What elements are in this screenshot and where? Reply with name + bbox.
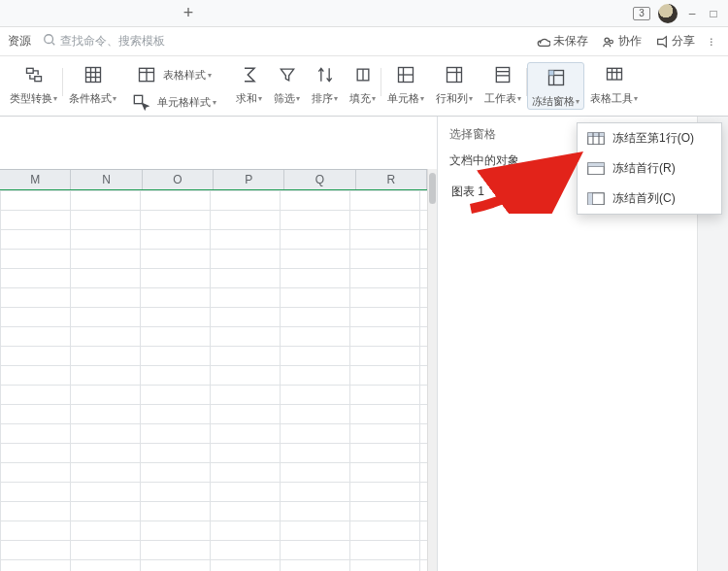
- column-headers[interactable]: M N O P Q R: [0, 169, 427, 190]
- rowcol-icon: [442, 62, 467, 87]
- svg-rect-19: [447, 68, 462, 83]
- col-R[interactable]: R: [356, 170, 427, 189]
- freeze-row1-icon: [587, 132, 605, 146]
- svg-point-0: [45, 35, 53, 44]
- col-O[interactable]: O: [143, 170, 214, 189]
- svg-rect-44: [588, 192, 593, 204]
- search-icon: [43, 33, 56, 50]
- rowcol-group[interactable]: 行和列▾: [430, 62, 479, 106]
- search-placeholder: 查找命令、搜索模板: [60, 33, 165, 50]
- svg-rect-28: [548, 71, 553, 76]
- type-convert-group[interactable]: 类型转换▾: [4, 62, 63, 106]
- minimize-button[interactable]: –: [685, 7, 699, 20]
- filter-group[interactable]: 筛选▾: [268, 62, 306, 106]
- cell-style-icon: [128, 89, 153, 115]
- freeze-firstcol-icon: [587, 192, 605, 206]
- resources-tab[interactable]: 资源: [0, 33, 39, 50]
- worksheet-icon: [490, 62, 515, 87]
- menu-bar: 资源 查找命令、搜索模板 未保存 协作 分享 ⫶: [0, 27, 728, 56]
- cond-format-group[interactable]: 条件格式▾: [63, 62, 122, 106]
- share-button[interactable]: 分享: [655, 33, 695, 50]
- col-P[interactable]: P: [214, 170, 284, 189]
- avatar[interactable]: [658, 4, 678, 23]
- ribbon: 类型转换▾ 条件格式▾ 表格样式▾ 单元格样式▾ 求和▾ 筛选▾ 排序▾ 填充▾: [0, 56, 728, 117]
- svg-rect-36: [588, 132, 605, 136]
- unsaved-indicator[interactable]: 未保存: [537, 33, 588, 50]
- freeze-panes-button[interactable]: 冻结窗格▾: [527, 62, 584, 110]
- sort-icon: [313, 62, 338, 87]
- cells-area[interactable]: [0, 190, 427, 571]
- svg-rect-41: [588, 162, 605, 166]
- table-tools-icon: [602, 62, 627, 87]
- vertical-scrollbar[interactable]: [427, 169, 437, 571]
- sort-group[interactable]: 排序▾: [306, 62, 344, 106]
- spreadsheet-grid[interactable]: M N O P Q R: [0, 117, 437, 571]
- cond-format-icon: [81, 62, 106, 87]
- freeze-first-col-item[interactable]: 冻结首列(C): [578, 184, 721, 214]
- type-convert-icon: [21, 62, 47, 87]
- sigma-icon: [237, 62, 262, 87]
- svg-rect-22: [496, 68, 509, 83]
- fill-group[interactable]: 填充▾: [344, 62, 381, 106]
- maximize-button[interactable]: □: [707, 7, 720, 20]
- new-tab-button[interactable]: +: [175, 3, 202, 24]
- table-style-group[interactable]: 表格样式▾ 单元格样式▾: [122, 62, 222, 115]
- cells-icon: [393, 62, 418, 87]
- notification-badge[interactable]: 3: [633, 7, 650, 20]
- freeze-first-row-item[interactable]: 冻结首行(R): [578, 153, 721, 184]
- col-M[interactable]: M: [0, 170, 71, 189]
- table-style-icon: [134, 62, 159, 87]
- more-icon[interactable]: ⫶: [709, 35, 714, 49]
- sum-group[interactable]: 求和▾: [230, 62, 268, 106]
- col-N[interactable]: N: [71, 170, 142, 189]
- command-search[interactable]: 查找命令、搜索模板: [43, 33, 165, 50]
- svg-point-2: [605, 38, 609, 42]
- worksheet-group[interactable]: 工作表▾: [479, 62, 527, 106]
- freeze-to-row1-item[interactable]: 冻结至第1行(O): [578, 123, 721, 153]
- collab-button[interactable]: 协作: [602, 33, 642, 50]
- table-tools-group[interactable]: 表格工具▾: [584, 62, 644, 106]
- svg-rect-5: [34, 77, 41, 82]
- fill-icon: [350, 62, 376, 87]
- svg-line-1: [52, 43, 55, 46]
- freeze-icon: [544, 65, 569, 90]
- svg-point-3: [610, 40, 613, 44]
- freeze-firstrow-icon: [587, 162, 605, 176]
- title-bar: + 3 – □: [0, 0, 728, 27]
- selection-pane-title: 选择窗格: [449, 126, 496, 143]
- cells-group[interactable]: 单元格▾: [381, 62, 430, 106]
- freeze-panes-menu: 冻结至第1行(O) 冻结首行(R) 冻结首列(C): [577, 122, 722, 215]
- svg-rect-6: [85, 68, 100, 83]
- col-Q[interactable]: Q: [284, 170, 355, 189]
- svg-rect-29: [607, 68, 621, 80]
- svg-rect-4: [26, 68, 33, 73]
- funnel-icon: [275, 62, 300, 87]
